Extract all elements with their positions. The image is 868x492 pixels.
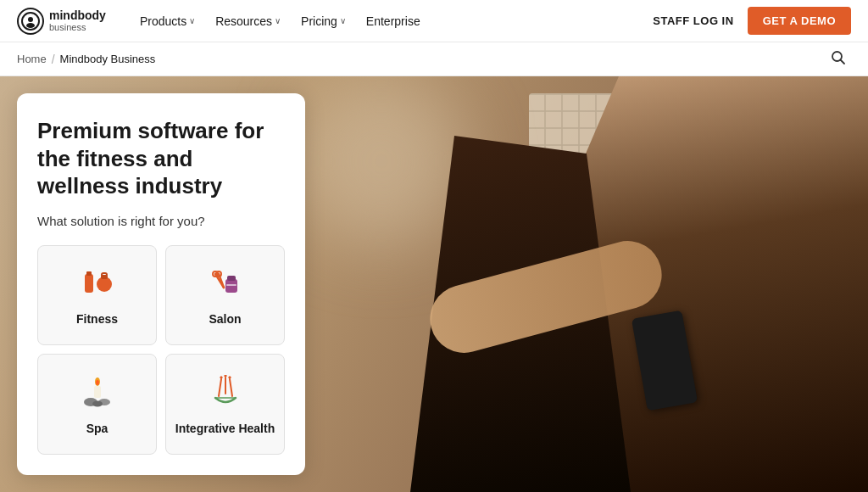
- svg-point-1: [28, 17, 33, 22]
- nav-item-resources[interactable]: Resources ∨: [207, 9, 289, 33]
- salon-label: Salon: [209, 312, 241, 326]
- search-button[interactable]: [826, 45, 851, 74]
- spa-icon: [81, 375, 114, 413]
- svg-rect-5: [85, 274, 93, 293]
- salon-icon: [209, 266, 242, 304]
- integrative-health-icon: [209, 375, 242, 413]
- bg-light: [297, 76, 466, 246]
- svg-line-23: [219, 379, 221, 396]
- svg-point-2: [26, 23, 35, 28]
- search-icon: [831, 50, 846, 65]
- solutions-grid: Fitness: [37, 245, 285, 456]
- staff-login-button[interactable]: STAFF LOG IN: [653, 14, 733, 27]
- breadcrumb-current: Mindbody Business: [60, 53, 156, 65]
- nav-links: Products ∨ Resources ∨ Pricing ∨ Enterpr…: [131, 9, 653, 33]
- svg-line-4: [841, 59, 845, 64]
- navbar: mindbody business Products ∨ Resources ∨…: [0, 0, 868, 42]
- solution-card-spa[interactable]: Spa: [37, 354, 157, 455]
- nav-item-enterprise[interactable]: Enterprise: [358, 9, 429, 33]
- svg-line-25: [230, 379, 232, 396]
- hero-subtext: What solution is right for you?: [37, 214, 285, 228]
- nav-item-products[interactable]: Products ∨: [131, 9, 203, 33]
- logo[interactable]: mindbody business: [17, 8, 106, 35]
- hero-card: Premium software for the fitness and wel…: [17, 93, 305, 475]
- breadcrumb-separator: /: [52, 53, 55, 66]
- svg-rect-11: [227, 276, 236, 281]
- nav-item-pricing[interactable]: Pricing ∨: [292, 9, 354, 33]
- get-demo-button[interactable]: GET A DEMO: [748, 7, 851, 35]
- solution-card-integrative-health[interactable]: Integrative Health: [165, 354, 285, 455]
- chevron-down-icon: ∨: [189, 16, 195, 25]
- svg-rect-19: [94, 386, 101, 398]
- breadcrumb-bar: Home / Mindbody Business: [0, 42, 868, 76]
- solution-card-fitness[interactable]: Fitness: [37, 245, 157, 346]
- breadcrumb-home[interactable]: Home: [17, 53, 47, 65]
- logo-text: mindbody business: [49, 9, 106, 32]
- breadcrumb: Home / Mindbody Business: [17, 53, 155, 66]
- svg-marker-27: [224, 375, 227, 377]
- fitness-label: Fitness: [76, 312, 118, 326]
- svg-point-18: [96, 380, 99, 385]
- fitness-icon: [81, 266, 114, 304]
- svg-rect-16: [226, 284, 236, 286]
- svg-marker-26: [220, 376, 223, 379]
- integrative-health-label: Integrative Health: [175, 422, 275, 435]
- chevron-down-icon: ∨: [340, 16, 346, 25]
- spa-label: Spa: [86, 422, 108, 435]
- hero-section: Premium software for the fitness and wel…: [0, 76, 868, 492]
- solution-card-salon[interactable]: Salon: [165, 245, 285, 346]
- svg-point-22: [92, 401, 103, 407]
- svg-rect-6: [86, 271, 92, 276]
- logo-icon: [17, 8, 44, 35]
- hero-headline: Premium software for the fitness and wel…: [37, 117, 285, 200]
- chevron-down-icon: ∨: [275, 16, 281, 25]
- svg-marker-28: [228, 376, 231, 379]
- nav-right: STAFF LOG IN GET A DEMO: [653, 7, 851, 35]
